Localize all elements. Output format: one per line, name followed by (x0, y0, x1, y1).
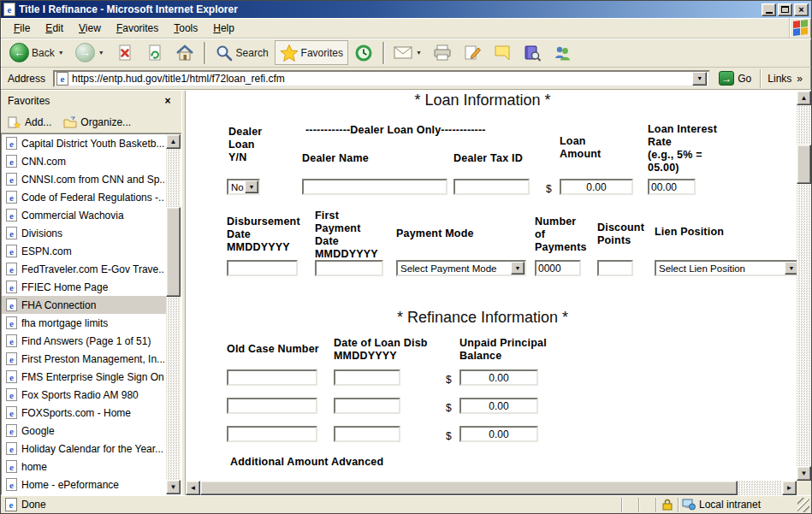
mail-button[interactable]: ▼ (388, 40, 427, 65)
loan-interest-rate-label: Loan Interest Rate (e.g., 5% = 05.00) (648, 123, 717, 174)
messenger-button[interactable] (548, 40, 577, 65)
old-case-number-input-2[interactable] (227, 398, 317, 414)
select-chevron-down-icon[interactable]: ▼ (785, 262, 797, 275)
close-button[interactable]: × (794, 3, 809, 16)
favorites-scrollbar[interactable]: ▲ ▼ (166, 134, 181, 494)
stop-button[interactable] (110, 40, 139, 65)
intranet-icon (682, 499, 696, 511)
favorite-item[interactable]: eFedTraveler.com E-Gov Trave... (2, 260, 166, 278)
standard-toolbar: ← Back ▼ → ▼ Search (1, 38, 811, 68)
organize-favorites-button[interactable]: Organize... (63, 115, 131, 129)
old-case-number-input-3[interactable] (227, 426, 317, 442)
favorites-button[interactable]: Favorites (275, 40, 348, 65)
content-vertical-scrollbar[interactable]: ▲ ▼ (797, 91, 811, 481)
refresh-button[interactable] (140, 40, 169, 65)
payment-mode-select[interactable]: Select Payment Mode ▼ (396, 260, 526, 276)
favorite-item[interactable]: eDivisions (2, 224, 166, 242)
number-of-payments-label: Number of Payments (535, 216, 587, 254)
address-input[interactable]: e https://entp.hud.gov/title1/html/f72lo… (53, 70, 710, 87)
scroll-left-button[interactable]: ◄ (186, 481, 200, 495)
go-button[interactable]: → Go (714, 70, 756, 86)
menu-edit[interactable]: Edit (38, 21, 71, 36)
links-toolbar[interactable]: Links » (760, 69, 808, 88)
menu-view[interactable]: View (71, 21, 109, 36)
favorite-item[interactable]: eFHA Connection (2, 296, 166, 314)
mail-chevron-down-icon[interactable]: ▼ (416, 50, 422, 56)
favorite-item[interactable]: eESPN.com (2, 242, 166, 260)
unpaid-balance-input-3[interactable] (459, 426, 538, 442)
favorite-item[interactable]: eFind Answers (Page 1 of 51) (2, 332, 166, 350)
discuss-button[interactable] (488, 40, 517, 65)
dealer-loan-yn-select[interactable]: No ▼ (227, 179, 260, 195)
number-of-payments-input[interactable] (535, 260, 581, 276)
history-button[interactable] (349, 40, 378, 65)
back-button[interactable]: ← Back ▼ (4, 40, 69, 65)
menu-help[interactable]: Help (205, 21, 242, 36)
menu-tools[interactable]: Tools (166, 21, 205, 36)
favorite-item[interactable]: eHome - FINANCIAL OPERATI... (2, 493, 166, 494)
edit-button[interactable] (458, 40, 487, 65)
favorite-item[interactable]: eGoogle (2, 422, 166, 440)
scroll-down-button[interactable]: ▼ (166, 480, 181, 494)
scrollbar-thumb[interactable] (797, 145, 811, 184)
disbursement-date-input[interactable] (227, 260, 298, 276)
maximize-button[interactable] (778, 3, 792, 16)
search-label: Search (236, 47, 269, 59)
favorite-item[interactable]: eCommercial Wachovia (2, 206, 166, 224)
forward-chevron-down-icon[interactable]: ▼ (98, 50, 104, 56)
favorite-item[interactable]: eFOXSports.com - Home (2, 404, 166, 422)
scroll-up-button[interactable]: ▲ (166, 134, 181, 149)
favorite-item[interactable]: eCNNSI.com from CNN and Sp... (2, 170, 166, 188)
favorite-item[interactable]: eCNN.com (2, 152, 166, 170)
favorite-item[interactable]: eHome - ePeformance (2, 476, 166, 493)
favorite-item[interactable]: eFMS Enterprise Single Sign On... (2, 368, 166, 386)
research-button[interactable] (518, 40, 547, 65)
old-case-number-input-1[interactable] (227, 369, 317, 386)
favorite-item[interactable]: eCode of Federal Regulations -... (2, 188, 166, 206)
dealer-name-input[interactable] (302, 179, 447, 195)
discount-points-input[interactable] (597, 260, 633, 276)
favorite-item[interactable]: eFox Sports Radio AM 980 (2, 386, 166, 404)
select-chevron-down-icon[interactable]: ▼ (245, 180, 258, 193)
page-ie-icon: e (56, 72, 68, 86)
scroll-up-icon: ▲ (801, 95, 808, 102)
favorite-item[interactable]: efha mortgage limits (2, 314, 166, 332)
unpaid-balance-input-1[interactable] (459, 369, 538, 386)
unpaid-balance-input-2[interactable] (459, 398, 538, 414)
forward-button[interactable]: → ▼ (70, 40, 110, 65)
scrollbar-track[interactable] (166, 149, 181, 480)
dealer-tax-id-input[interactable] (453, 179, 530, 195)
select-chevron-down-icon[interactable]: ▼ (511, 262, 525, 275)
print-button[interactable] (428, 40, 457, 65)
scroll-right-button[interactable]: ► (782, 481, 797, 495)
favorite-item[interactable]: eFirst Preston Management, In... (2, 350, 166, 368)
links-chevron-icon[interactable]: » (797, 73, 803, 85)
favorite-item[interactable]: ehome (2, 458, 166, 476)
loan-amount-input[interactable] (560, 179, 633, 195)
address-dropdown-button[interactable]: ▼ (692, 72, 707, 86)
menu-file[interactable]: File (6, 21, 38, 36)
add-favorite-button[interactable]: Add... (8, 115, 51, 129)
back-chevron-down-icon[interactable]: ▼ (58, 50, 64, 56)
first-payment-date-input[interactable] (315, 260, 383, 276)
favorite-item[interactable]: eHoliday Calendar for the Year... (2, 440, 166, 458)
date-of-loan-disb-input-2[interactable] (334, 398, 400, 414)
favorites-close-button[interactable]: × (161, 95, 175, 108)
content-horizontal-scrollbar[interactable]: ◄ ► (186, 481, 797, 495)
date-of-loan-disb-input-1[interactable] (334, 369, 400, 386)
search-button[interactable]: Search (210, 40, 274, 65)
scroll-up-button[interactable]: ▲ (797, 91, 811, 105)
favorite-item[interactable]: eFFIEC Home Page (2, 278, 166, 296)
lien-position-select[interactable]: Select Lien Position ▼ (655, 260, 797, 276)
favorite-item[interactable]: eCapital District Youth Basketb... (2, 134, 166, 152)
address-url[interactable]: https://entp.hud.gov/title1/html/f72loan… (72, 73, 689, 85)
scroll-down-button[interactable]: ▼ (797, 466, 811, 481)
loan-interest-rate-input[interactable] (648, 179, 696, 195)
resize-grip-icon[interactable] (797, 498, 809, 512)
date-of-loan-disb-input-3[interactable] (334, 426, 400, 442)
home-button[interactable] (170, 40, 199, 65)
minimize-button[interactable] (762, 3, 776, 16)
scrollbar-thumb[interactable] (200, 481, 738, 495)
scrollbar-thumb[interactable] (166, 207, 181, 297)
menu-favorites[interactable]: Favorites (109, 21, 166, 36)
